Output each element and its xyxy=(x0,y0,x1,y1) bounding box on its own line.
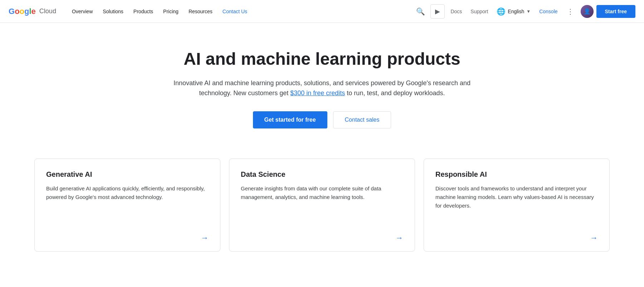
free-credits-link[interactable]: $300 in free credits xyxy=(290,89,345,97)
logo-cloud-text: Cloud xyxy=(39,8,56,15)
card-responsible-ai: Responsible AI Discover tools and framew… xyxy=(424,159,610,252)
hero-buttons: Get started for free Contact sales xyxy=(170,111,474,128)
card-responsible-ai-desc: Discover tools and frameworks to underst… xyxy=(435,184,598,225)
nav-links: Overview Solutions Products Pricing Reso… xyxy=(68,6,414,17)
card-data-science-arrow[interactable]: → xyxy=(241,233,403,243)
nav-right: 🔍 ▶ Docs Support 🌐 English ▼ Console ⋮ 👤… xyxy=(413,4,635,19)
terminal-icon: ▶ xyxy=(435,8,440,15)
get-started-button[interactable]: Get started for free xyxy=(253,111,327,128)
search-icon: 🔍 xyxy=(416,7,425,16)
nav-products[interactable]: Products xyxy=(129,6,157,17)
contact-sales-button[interactable]: Contact sales xyxy=(333,111,391,128)
more-options-button[interactable]: ⋮ xyxy=(564,4,578,19)
card-data-science-desc: Generate insights from data with our com… xyxy=(241,184,403,225)
support-link[interactable]: Support xyxy=(468,6,491,16)
avatar-image: 👤 xyxy=(581,5,594,18)
chevron-down-icon: ▼ xyxy=(526,9,531,14)
language-label: English xyxy=(508,9,524,14)
card-data-science-title: Data Science xyxy=(241,170,403,179)
cards-section: Generative AI Build generative AI applic… xyxy=(0,150,644,273)
nav-resources[interactable]: Resources xyxy=(184,6,217,17)
navbar: G o o g l e Cloud Overview Solutions Pro… xyxy=(0,0,644,23)
card-generative-ai: Generative AI Build generative AI applic… xyxy=(34,159,220,252)
hero-title: AI and machine learning products xyxy=(170,49,474,69)
cloud-shell-button[interactable]: ▶ xyxy=(430,4,445,19)
avatar[interactable]: 👤 xyxy=(581,5,594,18)
card-generative-ai-arrow[interactable]: → xyxy=(46,233,209,243)
console-link[interactable]: Console xyxy=(536,6,560,16)
nav-contact-us[interactable]: Contact Us xyxy=(218,6,252,17)
card-responsible-ai-title: Responsible AI xyxy=(435,170,598,179)
card-generative-ai-desc: Build generative AI applications quickly… xyxy=(46,184,209,225)
nav-overview[interactable]: Overview xyxy=(68,6,97,17)
globe-icon: 🌐 xyxy=(497,7,506,16)
start-free-button[interactable]: Start free xyxy=(596,5,635,18)
card-generative-ai-title: Generative AI xyxy=(46,170,209,179)
hero-description: Innovative AI and machine learning produ… xyxy=(170,78,474,99)
logo[interactable]: G o o g l e Cloud xyxy=(9,7,56,16)
card-data-science: Data Science Generate insights from data… xyxy=(229,159,415,252)
docs-link[interactable]: Docs xyxy=(448,6,465,16)
hero-desc-after: to run, test, and deploy workloads. xyxy=(345,89,445,97)
nav-pricing[interactable]: Pricing xyxy=(159,6,183,17)
language-button[interactable]: 🌐 English ▼ xyxy=(494,5,533,18)
hero-section: AI and machine learning products Innovat… xyxy=(0,23,644,150)
nav-solutions[interactable]: Solutions xyxy=(98,6,128,17)
card-responsible-ai-arrow[interactable]: → xyxy=(435,233,598,243)
search-button[interactable]: 🔍 xyxy=(413,4,428,19)
